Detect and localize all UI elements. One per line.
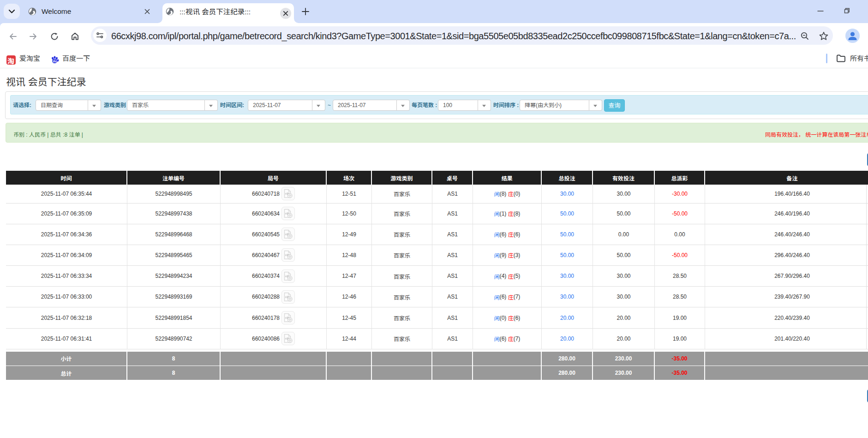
svg-text:du: du [53,60,56,63]
